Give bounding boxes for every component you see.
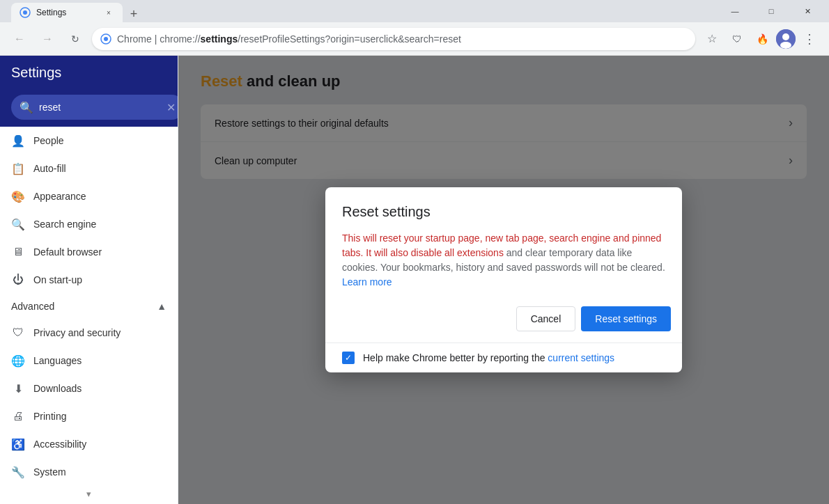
tab-title: Settings	[36, 8, 98, 17]
sidebar-item-printing[interactable]: 🖨 Printing	[0, 402, 178, 430]
privacy-icon: 🛡	[11, 326, 25, 340]
back-button[interactable]: ←	[8, 28, 31, 50]
sidebar-label-appearance: Appearance	[33, 191, 166, 202]
dialog-body: This will reset your startup page, new t…	[325, 231, 682, 301]
dialog-title: Reset settings	[325, 187, 682, 231]
downloads-icon: ⬇	[11, 381, 25, 395]
window-controls: — □ ✕	[719, 0, 823, 22]
startup-icon: ⏻	[11, 273, 25, 287]
svg-point-1	[23, 10, 27, 15]
settings-tab[interactable]: Settings ×	[11, 3, 123, 22]
sidebar-item-appearance[interactable]: 🎨 Appearance	[0, 182, 178, 210]
url-text: Chrome | chrome://settings/resetProfileS…	[117, 33, 461, 45]
sidebar-item-on-startup[interactable]: ⏻ On start-up	[0, 266, 178, 294]
shield-icon[interactable]: 🛡	[726, 28, 748, 50]
advanced-chevron-icon: ▲	[157, 301, 166, 312]
sidebar-title: Settings	[11, 65, 61, 81]
url-path: settings	[201, 33, 238, 45]
maximize-button[interactable]: □	[755, 0, 787, 22]
url-bar[interactable]: Chrome | chrome://settings/resetProfileS…	[92, 28, 695, 50]
search-icon: 🔍	[20, 101, 33, 114]
toolbar-icons: ☆ 🛡 🔥 ⋮	[701, 28, 821, 50]
search-bar: 🔍 ✕	[0, 89, 178, 127]
url-brand: Chrome	[117, 33, 152, 45]
sidebar-label-printing: Printing	[33, 411, 166, 422]
svg-point-6	[780, 42, 791, 49]
learn-more-link[interactable]: Learn more	[342, 276, 392, 288]
profile-avatar[interactable]	[776, 29, 796, 49]
scroll-down-indicator: ▾	[0, 486, 178, 502]
url-sep: |	[152, 33, 160, 45]
languages-icon: 🌐	[11, 354, 25, 368]
sidebar-label-people: People	[33, 135, 166, 146]
sidebar-item-downloads[interactable]: ⬇ Downloads	[0, 375, 178, 402]
tab-bar: Settings × +	[6, 0, 716, 22]
advanced-label: Advanced	[11, 301, 54, 312]
dialog-footer: ✓ Help make Chrome better by reporting t…	[325, 342, 682, 372]
appearance-icon: 🎨	[11, 189, 25, 203]
browser-frame: Settings × + — □ ✕ ← → ↻ Chrome | chrome…	[0, 0, 829, 504]
reset-settings-button[interactable]: Reset settings	[581, 306, 671, 331]
report-checkbox[interactable]: ✓	[342, 352, 355, 364]
url-query: /resetProfileSettings?origin=userclick&s…	[238, 33, 461, 45]
sidebar-header: Settings	[0, 56, 178, 89]
main-content: Settings 🔍 ✕ 👤 People 📋 Auto-fill	[0, 56, 829, 504]
sidebar-label-default-browser: Default browser	[33, 246, 166, 258]
tab-favicon	[20, 7, 31, 18]
checkbox-check-icon: ✓	[345, 353, 352, 363]
title-bar: Settings × + — □ ✕	[0, 0, 829, 22]
printing-icon: 🖨	[11, 409, 25, 423]
sidebar-item-autofill[interactable]: 📋 Auto-fill	[0, 155, 178, 182]
sidebar-item-accessibility[interactable]: ♿ Accessibility	[0, 430, 178, 458]
checkbox-text: Help make Chrome better by reporting the	[363, 352, 548, 363]
search-input[interactable]	[39, 102, 161, 113]
forward-button[interactable]: →	[36, 28, 59, 50]
url-scheme: chrome://	[160, 33, 200, 45]
address-bar: ← → ↻ Chrome | chrome://settings/resetPr…	[0, 22, 829, 56]
sidebar-item-privacy[interactable]: 🛡 Privacy and security	[0, 319, 178, 347]
cancel-button[interactable]: Cancel	[516, 306, 576, 331]
sidebar-label-languages: Languages	[33, 355, 166, 366]
close-button[interactable]: ✕	[791, 0, 823, 22]
sidebar-label-on-startup: On start-up	[33, 274, 166, 285]
sidebar-nav: 👤 People 📋 Auto-fill 🎨 Appearance 🔍 Sear…	[0, 127, 178, 504]
sidebar-label-search-engine: Search engine	[33, 219, 166, 230]
sidebar-item-default-browser[interactable]: 🖥 Default browser	[0, 238, 178, 266]
tab-close-button[interactable]: ×	[103, 7, 114, 18]
dialog-actions: Cancel Reset settings	[325, 301, 682, 342]
sidebar-item-system[interactable]: 🔧 System	[0, 458, 178, 486]
page-content: Reset and clean up Restore settings to t…	[178, 56, 829, 504]
reset-settings-dialog: Reset settings This will reset your star…	[325, 187, 682, 372]
search-engine-icon: 🔍	[11, 217, 25, 231]
sidebar-label-privacy: Privacy and security	[33, 327, 166, 338]
sidebar: Settings 🔍 ✕ 👤 People 📋 Auto-fill	[0, 56, 178, 504]
dialog-overlay: Reset settings This will reset your star…	[178, 56, 829, 504]
search-clear-icon[interactable]: ✕	[166, 101, 176, 114]
svg-point-3	[104, 37, 108, 41]
checkbox-label: Help make Chrome better by reporting the…	[363, 352, 614, 363]
default-browser-icon: 🖥	[11, 245, 25, 259]
people-icon: 👤	[11, 134, 25, 148]
advanced-section-header[interactable]: Advanced ▲	[0, 294, 178, 319]
url-favicon	[100, 33, 111, 45]
sidebar-label-downloads: Downloads	[33, 383, 166, 394]
svg-point-5	[782, 33, 789, 40]
search-input-wrap[interactable]: 🔍 ✕	[11, 95, 178, 120]
menu-icon[interactable]: ⋮	[798, 28, 821, 50]
minimize-button[interactable]: —	[719, 0, 751, 22]
new-tab-button[interactable]: +	[125, 6, 142, 22]
sidebar-item-languages[interactable]: 🌐 Languages	[0, 347, 178, 375]
current-settings-link[interactable]: current settings	[548, 352, 614, 363]
sidebar-label-autofill: Auto-fill	[33, 163, 166, 174]
sidebar-item-search-engine[interactable]: 🔍 Search engine	[0, 210, 178, 238]
sidebar-item-people[interactable]: 👤 People	[0, 127, 178, 155]
sidebar-label-system: System	[33, 466, 166, 478]
refresh-button[interactable]: ↻	[64, 28, 86, 50]
bookmark-icon[interactable]: ☆	[701, 28, 723, 50]
autofill-icon: 📋	[11, 162, 25, 175]
system-icon: 🔧	[11, 465, 25, 479]
accessibility-icon: ♿	[11, 437, 25, 451]
fire-icon[interactable]: 🔥	[751, 28, 773, 50]
sidebar-label-accessibility: Accessibility	[33, 439, 166, 450]
